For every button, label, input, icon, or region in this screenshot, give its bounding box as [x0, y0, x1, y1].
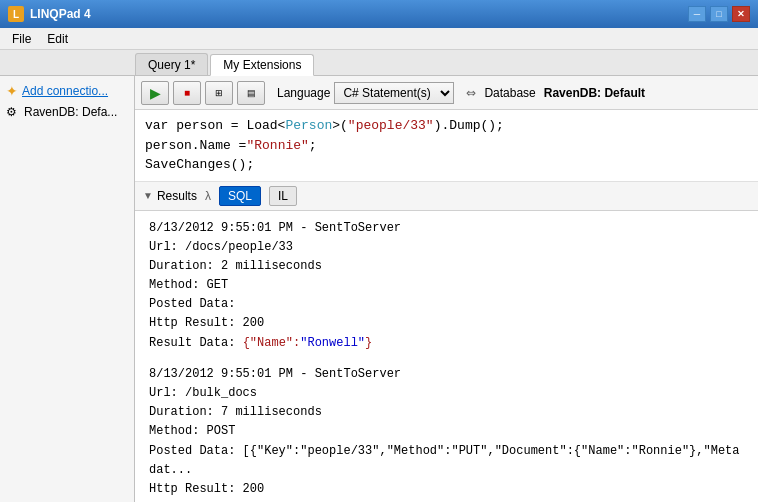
menu-file[interactable]: File — [4, 30, 39, 48]
results-label: Results — [157, 189, 197, 203]
app-icon: L — [8, 6, 24, 22]
run-button[interactable]: ▶ — [141, 81, 169, 105]
tab-sql[interactable]: SQL — [219, 186, 261, 206]
output-url-1: Url: /docs/people/33 — [149, 238, 744, 257]
code-line-3: SaveChanges(); — [145, 155, 748, 175]
output-http-1: Http Result: 200 — [149, 314, 744, 333]
code-line-2: person.Name = "Ronnie"; — [145, 136, 748, 156]
triangle-icon: ▼ — [143, 190, 153, 201]
output-section-1: 8/13/2012 9:55:01 PM - SentToServer Url:… — [149, 219, 744, 353]
app-title: LINQPad 4 — [30, 7, 91, 21]
output-posted-2: Posted Data: [{"Key":"people/33","Method… — [149, 442, 744, 480]
window-controls: ─ □ ✕ — [688, 6, 750, 22]
results-tabs-bar: ▼ Results λ SQL IL — [135, 182, 758, 211]
minimize-button[interactable]: ─ — [688, 6, 706, 22]
tab-query1[interactable]: Query 1* — [135, 53, 208, 75]
toolbar: ▶ ■ ⊞ ▤ Language C# Statement(s) C# Expr… — [135, 76, 758, 110]
output-header-1: 8/13/2012 9:55:01 PM - SentToServer — [149, 219, 744, 238]
gear-icon: ⚙ — [6, 105, 20, 119]
database-label: Database — [484, 86, 535, 100]
tab-my-extensions[interactable]: My Extensions — [210, 54, 314, 76]
language-label: Language — [277, 86, 330, 100]
output-duration-2: Duration: 7 milliseconds — [149, 403, 744, 422]
output-method-2: Method: POST — [149, 422, 744, 441]
lambda-icon: λ — [205, 189, 211, 203]
table-view-button[interactable]: ▤ — [237, 81, 265, 105]
sidebar-item-add-connection[interactable]: ✦ Add connectio... — [0, 80, 134, 102]
output-header-2: 8/13/2012 9:55:01 PM - SentToServer — [149, 365, 744, 384]
grid-view-button[interactable]: ⊞ — [205, 81, 233, 105]
menu-edit[interactable]: Edit — [39, 30, 76, 48]
output-area: 8/13/2012 9:55:01 PM - SentToServer Url:… — [135, 211, 758, 503]
db-arrow-icon: ⇔ — [466, 86, 476, 100]
tab-il[interactable]: IL — [269, 186, 297, 206]
output-method-1: Method: GET — [149, 276, 744, 295]
tab-bar: Query 1* My Extensions — [0, 50, 758, 76]
output-duration-1: Duration: 2 milliseconds — [149, 257, 744, 276]
language-select[interactable]: C# Statement(s) C# Expression SQL — [334, 82, 454, 104]
output-result-1: Result Data: {"Name":"Ronwell"} — [149, 334, 744, 353]
sidebar: ✦ Add connectio... ⚙ RavenDB: Defa... — [0, 76, 135, 502]
code-editor[interactable]: var person = Load<Person>("people/33").D… — [135, 110, 758, 182]
title-bar: L LINQPad 4 ─ □ ✕ — [0, 0, 758, 28]
code-line-1: var person = Load<Person>("people/33").D… — [145, 116, 748, 136]
main-layout: ✦ Add connectio... ⚙ RavenDB: Defa... ▶ … — [0, 76, 758, 502]
ravendb-label: RavenDB: Defa... — [24, 105, 117, 119]
menu-bar: File Edit — [0, 28, 758, 50]
sidebar-item-ravendb[interactable]: ⚙ RavenDB: Defa... — [0, 102, 134, 122]
close-button[interactable]: ✕ — [732, 6, 750, 22]
star-icon: ✦ — [6, 83, 18, 99]
output-http-2: Http Result: 200 — [149, 480, 744, 499]
output-posted-1: Posted Data: — [149, 295, 744, 314]
content-area: ▶ ■ ⊞ ▤ Language C# Statement(s) C# Expr… — [135, 76, 758, 502]
output-section-2: 8/13/2012 9:55:01 PM - SentToServer Url:… — [149, 365, 744, 502]
maximize-button[interactable]: □ — [710, 6, 728, 22]
database-value: RavenDB: Default — [544, 86, 645, 100]
results-section[interactable]: ▼ Results — [143, 189, 197, 203]
output-url-2: Url: /bulk_docs — [149, 384, 744, 403]
stop-button[interactable]: ■ — [173, 81, 201, 105]
add-connection-label[interactable]: Add connectio... — [22, 84, 108, 98]
